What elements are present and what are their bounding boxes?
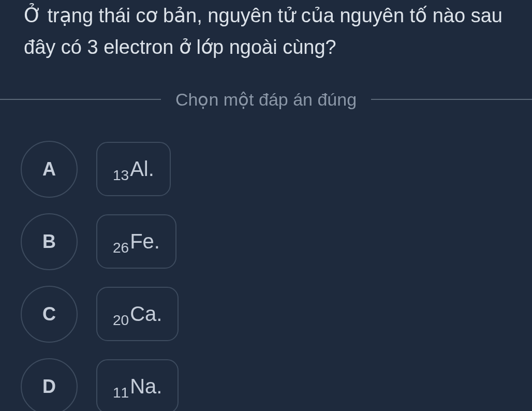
instruction-divider: Chọn một đáp án đúng	[0, 89, 532, 110]
option-b[interactable]: B 26 Fe.	[21, 213, 511, 270]
divider-line-left	[0, 99, 161, 100]
divider-line-right	[371, 99, 532, 100]
options-list: A 13 Al. B 26 Fe. C 20 Ca. D 11 Na.	[0, 141, 532, 411]
element-a: Al.	[130, 157, 154, 181]
option-a[interactable]: A 13 Al.	[21, 141, 511, 198]
element-d: Na.	[130, 375, 162, 398]
option-d[interactable]: D 11 Na.	[21, 358, 511, 411]
option-letter-c[interactable]: C	[21, 286, 78, 343]
option-letter-a[interactable]: A	[21, 141, 78, 198]
subscript-c: 20	[113, 312, 129, 329]
subscript-a: 13	[113, 167, 129, 184]
option-letter-b[interactable]: B	[21, 213, 78, 270]
option-letter-d[interactable]: D	[21, 358, 78, 411]
option-c[interactable]: C 20 Ca.	[21, 286, 511, 343]
element-c: Ca.	[130, 302, 162, 326]
subscript-b: 26	[113, 240, 129, 256]
subscript-d: 11	[113, 385, 129, 401]
option-content-c[interactable]: 20 Ca.	[96, 287, 179, 341]
option-content-b[interactable]: 26 Fe.	[96, 214, 176, 269]
instruction-text: Chọn một đáp án đúng	[161, 89, 371, 110]
option-content-d[interactable]: 11 Na.	[96, 359, 179, 411]
element-b: Fe.	[130, 230, 160, 253]
question-text: Ở trạng thái cơ bản, nguyên tử của nguyê…	[0, 0, 532, 63]
option-content-a[interactable]: 13 Al.	[96, 142, 171, 196]
